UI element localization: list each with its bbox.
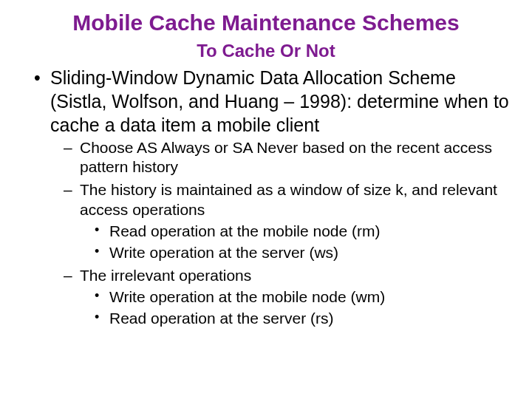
bullet-item: The irrelevant operations Write operatio… xyxy=(80,266,510,329)
bullet-list-level3: Write operation at the mobile node (wm) … xyxy=(80,287,510,329)
bullet-list-level3: Read operation at the mobile node (rm) W… xyxy=(80,222,510,263)
bullet-text: The irrelevant operations xyxy=(80,267,251,284)
bullet-text: Read operation at the mobile node (rm) xyxy=(109,222,381,239)
bullet-text: Write operation at the mobile node (wm) xyxy=(109,288,385,305)
bullet-text: Sliding-Window Dynamic Data Allocation S… xyxy=(50,67,509,135)
bullet-text: Choose AS Always or SA Never based on th… xyxy=(80,139,492,176)
bullet-item: Sliding-Window Dynamic Data Allocation S… xyxy=(50,66,510,329)
slide: Mobile Cache Maintenance Schemes To Cach… xyxy=(0,0,532,399)
bullet-item: Read operation at the server (rs) xyxy=(109,309,510,329)
bullet-item: Read operation at the mobile node (rm) xyxy=(109,222,510,242)
bullet-list-level2: Choose AS Always or SA Never based on th… xyxy=(50,138,510,329)
bullet-item: The history is maintained as a window of… xyxy=(80,180,510,263)
bullet-item: Write operation at the mobile node (wm) xyxy=(109,287,510,307)
bullet-text: Read operation at the server (rs) xyxy=(109,310,333,327)
bullet-item: Write operation at the server (ws) xyxy=(109,243,510,263)
bullet-list-level1: Sliding-Window Dynamic Data Allocation S… xyxy=(22,66,510,329)
bullet-item: Choose AS Always or SA Never based on th… xyxy=(80,138,510,178)
slide-subtitle: To Cache Or Not xyxy=(22,41,510,61)
bullet-text: The history is maintained as a window of… xyxy=(80,181,497,218)
bullet-text: Write operation at the server (ws) xyxy=(109,244,338,261)
slide-title: Mobile Cache Maintenance Schemes xyxy=(22,10,510,36)
